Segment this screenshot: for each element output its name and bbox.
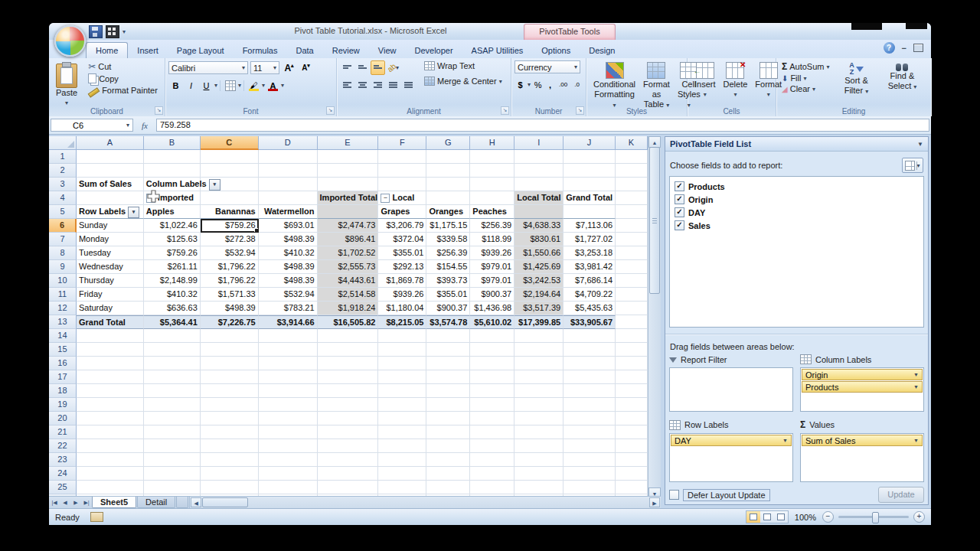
row-header-20[interactable]: 20	[49, 412, 77, 425]
checkbox-checked-icon[interactable]: ✓	[675, 181, 684, 191]
fill-button[interactable]: ⬇Fill▾	[779, 73, 831, 83]
cell-A5[interactable]: Row Labels▾	[77, 205, 144, 219]
cell-I24[interactable]	[514, 467, 564, 481]
vertical-scroll-thumb[interactable]	[649, 147, 660, 294]
cell-D3[interactable]	[259, 178, 318, 191]
row-labels-filter-icon[interactable]: ▾	[128, 207, 139, 218]
field-pill-origin[interactable]: Origin▼	[802, 369, 923, 380]
cell-A25[interactable]	[77, 481, 144, 494]
increase-indent-button[interactable]	[401, 77, 416, 92]
cell-E16[interactable]	[318, 357, 379, 370]
cell-J21[interactable]	[564, 425, 616, 439]
cell-G4[interactable]	[426, 191, 470, 205]
cell-C22[interactable]	[201, 439, 259, 453]
cell-J16[interactable]	[564, 357, 616, 370]
cell-I1[interactable]	[514, 150, 564, 164]
field-list-title-bar[interactable]: PivotTable Field List ▼	[665, 137, 928, 152]
cell-H13[interactable]: $5,610.02	[470, 315, 514, 329]
cell-D5[interactable]: Watermellon	[259, 205, 318, 219]
cell-D13[interactable]: $3,914.66	[259, 315, 318, 329]
cell-F3[interactable]	[378, 178, 426, 191]
cell-B14[interactable]	[144, 329, 201, 343]
cell-F18[interactable]	[378, 384, 426, 398]
top-align-button[interactable]	[340, 60, 354, 75]
cell-A21[interactable]	[77, 425, 144, 439]
cell-G24[interactable]	[426, 467, 470, 481]
row-labels-box[interactable]: DAY▼	[669, 433, 793, 482]
bold-button[interactable]: B	[168, 78, 183, 93]
cell-G23[interactable]	[426, 453, 470, 467]
scroll-left-icon[interactable]: ◀	[191, 497, 201, 507]
cell-B18[interactable]	[144, 384, 201, 398]
cell-C8[interactable]: $532.94	[201, 246, 259, 260]
cell-C16[interactable]	[201, 357, 259, 370]
cell-C25[interactable]	[201, 481, 259, 494]
field-pill-sum-of-sales[interactable]: Sum of Sales▼	[802, 435, 923, 446]
name-box[interactable]: C6▾	[51, 119, 133, 132]
cell-H5[interactable]: Peaches	[470, 205, 514, 219]
row-header-18[interactable]: 18	[49, 384, 77, 398]
sheet-tab-detail[interactable]: Detail	[137, 497, 175, 508]
tab-options[interactable]: Options	[532, 43, 580, 58]
cell-E5[interactable]	[318, 205, 379, 219]
checkbox-checked-icon[interactable]: ✓	[675, 207, 684, 217]
cell-B24[interactable]	[144, 467, 201, 481]
tab-view[interactable]: View	[369, 43, 406, 58]
cell-B13[interactable]: $5,364.41	[144, 315, 201, 329]
cell-I10[interactable]: $3,242.53	[514, 274, 564, 288]
cell-F2[interactable]	[378, 164, 426, 178]
cell-J17[interactable]	[564, 370, 616, 384]
qat-dropdown-icon[interactable]: ▾	[122, 28, 126, 35]
cell-H7[interactable]: $118.99	[470, 233, 514, 246]
cell-G21[interactable]	[426, 425, 470, 439]
row-header-8[interactable]: 8	[49, 246, 77, 260]
cell-E21[interactable]	[318, 425, 379, 439]
cell-B1[interactable]	[144, 150, 201, 164]
cell-D6[interactable]: $693.01	[259, 219, 318, 233]
cell-K16[interactable]	[616, 357, 648, 370]
cell-D20[interactable]	[259, 412, 318, 425]
cell-E10[interactable]: $4,443.61	[318, 274, 379, 288]
cell-G11[interactable]: $355.01	[426, 288, 470, 302]
cell-E2[interactable]	[318, 164, 379, 178]
cell-E19[interactable]	[318, 398, 379, 412]
cell-F24[interactable]	[378, 467, 426, 481]
cell-B9[interactable]: $261.11	[144, 260, 201, 274]
shrink-font-button[interactable]: A▾	[299, 60, 313, 75]
values-box[interactable]: Sum of Sales▼	[800, 433, 924, 482]
scroll-right-icon[interactable]: ▶	[649, 497, 660, 507]
insert-sheet-tab[interactable]	[176, 497, 188, 508]
cell-F7[interactable]: $372.04	[378, 233, 426, 246]
column-header-B[interactable]: B	[144, 136, 201, 150]
cell-D11[interactable]: $532.94	[259, 288, 318, 302]
cell-G7[interactable]: $339.58	[426, 233, 470, 246]
field-item-products[interactable]: ✓Products	[675, 181, 919, 191]
cell-E18[interactable]	[318, 384, 379, 398]
wrap-text-button[interactable]: Wrap Text	[422, 60, 505, 71]
cell-B21[interactable]	[144, 425, 201, 439]
cell-C12[interactable]: $498.39	[201, 302, 259, 315]
row-header-23[interactable]: 23	[49, 453, 77, 467]
cell-D9[interactable]: $498.39	[259, 260, 318, 274]
cell-C17[interactable]	[201, 370, 259, 384]
cell-B7[interactable]: $125.63	[144, 233, 201, 246]
column-header-J[interactable]: J	[564, 136, 616, 150]
cell-G15[interactable]	[426, 343, 470, 357]
cell-K24[interactable]	[616, 467, 648, 481]
decrease-indent-button[interactable]	[386, 77, 400, 92]
zoom-in-icon[interactable]: +	[913, 511, 925, 523]
cell-D24[interactable]	[259, 467, 318, 481]
row-header-19[interactable]: 19	[49, 398, 77, 412]
cell-F15[interactable]	[378, 343, 426, 357]
cell-I6[interactable]: $4,638.33	[514, 219, 564, 233]
cell-I17[interactable]	[514, 370, 564, 384]
cell-D10[interactable]: $498.39	[259, 274, 318, 288]
cell-E13[interactable]: $16,505.82	[318, 315, 379, 329]
cell-C18[interactable]	[201, 384, 259, 398]
cell-A14[interactable]	[77, 329, 144, 343]
cell-J18[interactable]	[564, 384, 616, 398]
cell-J1[interactable]	[564, 150, 616, 164]
cell-A15[interactable]	[77, 343, 144, 357]
qat-custom-icon[interactable]	[106, 25, 119, 38]
row-header-2[interactable]: 2	[49, 164, 77, 178]
